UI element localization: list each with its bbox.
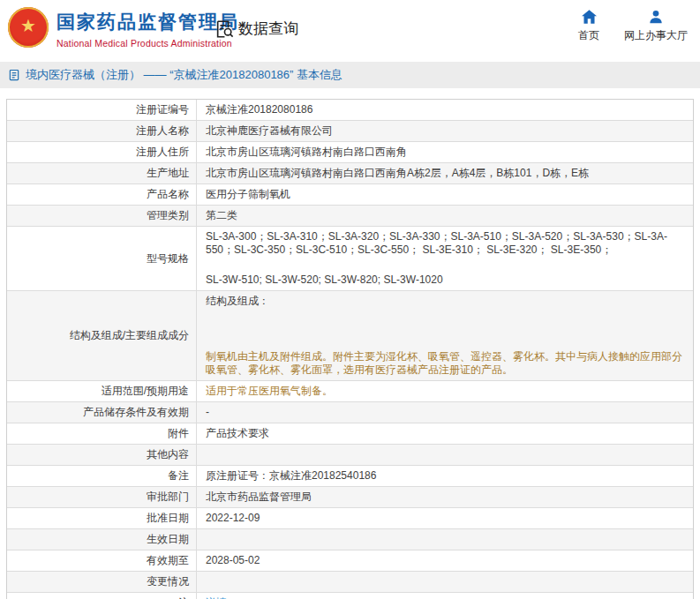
row-value: 适用于常压医用氧气制备。 (197, 381, 693, 401)
row-value-text: 北京神鹿医疗器械有限公司 (206, 124, 684, 138)
data-query-button[interactable]: 数据查询 (215, 19, 298, 39)
breadcrumb-text: 境内医疗器械（注册） —— “京械注准20182080186” 基本信息 (26, 67, 342, 83)
row-value-text: SL-3A-300；SL-3A-310；SL-3A-320；SL-3A-330；… (206, 230, 684, 257)
row-value-text: 2022-12-09 (206, 512, 684, 525)
row-value-text: 医用分子筛制氧机 (206, 188, 684, 201)
table-row: 型号规格SL-3A-300；SL-3A-310；SL-3A-320；SL-3A-… (7, 227, 693, 291)
row-value-text: SL-3W-510; SL-3W-520; SL-3W-820; SL-3W-1… (206, 273, 684, 287)
emblem-star-icon: ★ (20, 17, 36, 34)
nav-online-hall-label: 网上办事大厅 (624, 28, 688, 43)
row-value-text: 原注册证号：京械注准20182540186 (206, 469, 684, 483)
row-value: SL-3A-300；SL-3A-310；SL-3A-320；SL-3A-330；… (197, 227, 693, 290)
row-label: 注 (7, 593, 197, 599)
nav-online-hall[interactable]: 网上办事大厅 (624, 10, 688, 43)
person-icon (649, 10, 663, 24)
row-label: 审批部门 (7, 487, 197, 507)
national-emblem-logo: ★ (8, 7, 49, 48)
table-row: 注册人名称北京神鹿医疗器械有限公司 (7, 121, 693, 142)
row-value-text: 制氧机由主机及附件组成。附件主要为湿化杯、吸氧管、遥控器、雾化杯。其中与病人接触… (206, 350, 684, 377)
table-row: 有效期至2028-05-02 (7, 550, 693, 572)
row-label: 其他内容 (7, 445, 197, 465)
row-value: 北京市房山区琉璃河镇路村南白路口西南角 (197, 142, 693, 162)
row-label: 型号规格 (7, 227, 197, 290)
agency-brand: 国家药品监督管理局 National Medical Products Admi… (56, 10, 239, 49)
row-label: 备注 (7, 466, 197, 486)
row-value: 医用分子筛制氧机 (197, 184, 693, 205)
row-value-text: 北京市房山区琉璃河镇路村南白路口西南角 (206, 146, 684, 159)
row-label: 生产地址 (7, 163, 197, 183)
row-label: 批准日期 (7, 508, 197, 528)
agency-title-cn: 国家药品监督管理局 (56, 10, 239, 34)
info-table: 注册证编号京械注准20182080186注册人名称北京神鹿医疗器械有限公司注册人… (6, 99, 694, 599)
data-query-label: 数据查询 (238, 19, 298, 39)
row-value-text: 结构及组成： (206, 295, 684, 308)
row-value: 北京市房山区琉璃河镇路村南白路口西南角A栋2层，A栋4层，B栋101，D栋，E栋 (197, 163, 693, 183)
row-label: 注册人住所 (7, 142, 197, 162)
agency-title-en: National Medical Products Administration (56, 38, 239, 49)
row-label: 管理类别 (7, 206, 197, 226)
row-value: - (197, 402, 693, 423)
table-row: 适用范围/预期用途适用于常压医用氧气制备。 (7, 381, 693, 402)
row-value-text: 2028-05-02 (206, 554, 684, 567)
row-value-text: 北京市房山区琉璃河镇路村南白路口西南角A栋2层，A栋4层，B栋101，D栋，E栋 (206, 167, 684, 180)
row-value: 结构及组成：制氧机由主机及附件组成。附件主要为湿化杯、吸氧管、遥控器、雾化杯。其… (197, 291, 693, 380)
breadcrumb: 境内医疗器械（注册） —— “京械注准20182080186” 基本信息 (0, 62, 700, 88)
table-row: 产品储存条件及有效期- (7, 402, 693, 423)
row-value: 原注册证号：京械注准20182540186 (197, 466, 693, 486)
row-value: 第二类 (197, 206, 693, 226)
data-query-icon (215, 19, 234, 39)
row-label: 适用范围/预期用途 (7, 381, 197, 401)
row-value: 北京市药品监督管理局 (197, 487, 693, 507)
row-label: 变更情况 (7, 572, 197, 592)
table-row: 产品名称医用分子筛制氧机 (7, 184, 693, 206)
top-nav: 首页 网上办事大厅 (578, 10, 688, 43)
row-label: 附件 (7, 423, 197, 444)
row-label: 产品储存条件及有效期 (7, 402, 197, 423)
nav-home[interactable]: 首页 (578, 10, 599, 43)
row-value: 2028-05-02 (197, 550, 693, 571)
nav-home-label: 首页 (578, 28, 599, 43)
row-value-text: 第二类 (206, 209, 684, 222)
table-row: 生效日期 (7, 529, 693, 550)
row-value (197, 445, 693, 465)
home-icon (582, 10, 597, 24)
table-row: 注详情 (7, 593, 693, 599)
table-row: 管理类别第二类 (7, 206, 693, 227)
row-label: 结构及组成/主要组成成分 (7, 291, 197, 380)
site-header: ★ 国家药品监督管理局 National Medical Products Ad… (0, 0, 700, 62)
row-value: 2022-12-09 (197, 508, 693, 528)
row-label: 注册证编号 (7, 100, 197, 120)
table-row: 附件产品技术要求 (7, 423, 693, 445)
row-label: 注册人名称 (7, 121, 197, 141)
row-value-text: 北京市药品监督管理局 (206, 490, 684, 504)
table-row: 注册证编号京械注准20182080186 (7, 100, 693, 121)
row-value: 详情 (197, 593, 693, 599)
table-row: 变更情况 (7, 572, 693, 593)
document-icon (8, 69, 20, 81)
row-label: 生效日期 (7, 529, 197, 550)
row-value: 京械注准20182080186 (197, 100, 693, 120)
table-row: 生产地址北京市房山区琉璃河镇路村南白路口西南角A栋2层，A栋4层，B栋101，D… (7, 163, 693, 184)
table-row: 审批部门北京市药品监督管理局 (7, 487, 693, 508)
table-row: 批准日期2022-12-09 (7, 508, 693, 529)
table-row: 其他内容 (7, 445, 693, 466)
table-row: 备注原注册证号：京械注准20182540186 (7, 466, 693, 487)
row-label: 产品名称 (7, 184, 197, 205)
row-label: 有效期至 (7, 550, 197, 571)
row-value (197, 529, 693, 550)
row-value: 产品技术要求 (197, 423, 693, 444)
table-row: 结构及组成/主要组成成分结构及组成：制氧机由主机及附件组成。附件主要为湿化杯、吸… (7, 291, 693, 381)
row-value-text: - (206, 406, 684, 419)
row-value-text: 适用于常压医用氧气制备。 (206, 385, 684, 398)
row-value (197, 572, 693, 592)
table-row: 注册人住所北京市房山区琉璃河镇路村南白路口西南角 (7, 142, 693, 163)
row-value: 北京神鹿医疗器械有限公司 (197, 121, 693, 141)
row-value-text: 产品技术要求 (206, 427, 684, 440)
row-value-text: 京械注准20182080186 (206, 103, 684, 116)
